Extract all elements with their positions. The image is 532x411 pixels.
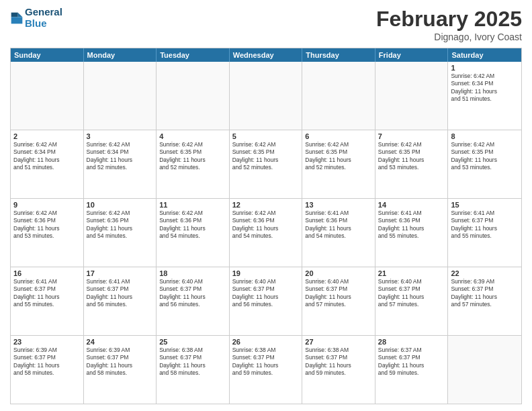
empty-cell: [157, 62, 230, 130]
day-number: 9: [13, 201, 81, 209]
day-cell: 4Sunrise: 6:42 AMSunset: 6:35 PMDaylight…: [157, 130, 230, 198]
day-info: Sunrise: 6:41 AMSunset: 6:36 PMDaylight:…: [305, 210, 351, 239]
day-info: Sunrise: 6:39 AMSunset: 6:37 PMDaylight:…: [13, 347, 60, 376]
day-number: 22: [451, 269, 519, 277]
day-cell: 6Sunrise: 6:42 AMSunset: 6:35 PMDaylight…: [302, 130, 375, 198]
day-cell: 28Sunrise: 6:37 AMSunset: 6:37 PMDayligh…: [375, 336, 449, 404]
calendar-row: 9Sunrise: 6:42 AMSunset: 6:36 PMDaylight…: [11, 198, 521, 267]
day-cell: 2Sunrise: 6:42 AMSunset: 6:34 PMDaylight…: [11, 130, 84, 198]
day-cell: 5Sunrise: 6:42 AMSunset: 6:35 PMDaylight…: [230, 130, 303, 198]
day-number: 28: [378, 338, 445, 346]
day-number: 18: [159, 269, 226, 277]
day-cell: 24Sunrise: 6:39 AMSunset: 6:37 PMDayligh…: [84, 336, 157, 404]
calendar-row: 2Sunrise: 6:42 AMSunset: 6:34 PMDaylight…: [11, 130, 521, 198]
day-info: Sunrise: 6:40 AMSunset: 6:37 PMDaylight:…: [159, 278, 206, 308]
day-number: 27: [305, 338, 372, 346]
calendar-page: General Blue February 2025 Dignago, Ivor…: [0, 0, 532, 411]
calendar-body: 1Sunrise: 6:42 AMSunset: 6:34 PMDaylight…: [11, 62, 521, 404]
day-info: Sunrise: 6:40 AMSunset: 6:37 PMDaylight:…: [378, 278, 425, 308]
day-info: Sunrise: 6:42 AMSunset: 6:34 PMDaylight:…: [87, 141, 133, 171]
day-number: 2: [13, 132, 81, 140]
header: General Blue February 2025 Dignago, Ivor…: [10, 7, 522, 42]
day-cell: 26Sunrise: 6:38 AMSunset: 6:37 PMDayligh…: [230, 336, 303, 404]
day-info: Sunrise: 6:42 AMSunset: 6:35 PMDaylight:…: [378, 141, 425, 171]
svg-rect-2: [11, 17, 23, 24]
svg-rect-1: [11, 12, 18, 17]
day-number: 20: [305, 269, 372, 277]
day-info: Sunrise: 6:41 AMSunset: 6:36 PMDaylight:…: [378, 210, 425, 239]
day-info: Sunrise: 6:38 AMSunset: 6:37 PMDaylight:…: [159, 347, 206, 376]
weekday-header: Friday: [375, 48, 449, 62]
day-cell: 16Sunrise: 6:41 AMSunset: 6:37 PMDayligh…: [11, 267, 84, 335]
day-info: Sunrise: 6:41 AMSunset: 6:37 PMDaylight:…: [13, 278, 60, 308]
day-number: 11: [159, 201, 226, 209]
day-info: Sunrise: 6:42 AMSunset: 6:36 PMDaylight:…: [232, 210, 279, 239]
empty-cell: [448, 336, 521, 404]
day-info: Sunrise: 6:42 AMSunset: 6:35 PMDaylight:…: [159, 141, 206, 171]
day-number: 15: [451, 201, 519, 209]
day-number: 10: [87, 201, 154, 209]
day-cell: 18Sunrise: 6:40 AMSunset: 6:37 PMDayligh…: [157, 267, 230, 335]
day-number: 16: [13, 269, 81, 277]
weekday-header: Thursday: [302, 48, 375, 62]
day-cell: 3Sunrise: 6:42 AMSunset: 6:34 PMDaylight…: [84, 130, 157, 198]
title-block: February 2025 Dignago, Ivory Coast: [376, 7, 522, 42]
day-cell: 21Sunrise: 6:40 AMSunset: 6:37 PMDayligh…: [375, 267, 449, 335]
day-info: Sunrise: 6:42 AMSunset: 6:35 PMDaylight:…: [305, 141, 351, 171]
day-info: Sunrise: 6:42 AMSunset: 6:34 PMDaylight:…: [13, 141, 60, 171]
day-info: Sunrise: 6:42 AMSunset: 6:34 PMDaylight:…: [451, 73, 497, 102]
weekday-header: Monday: [84, 48, 157, 62]
day-info: Sunrise: 6:38 AMSunset: 6:37 PMDaylight:…: [232, 347, 279, 376]
logo-text: General Blue: [25, 7, 62, 29]
calendar: SundayMondayTuesdayWednesdayThursdayFrid…: [10, 48, 522, 404]
empty-cell: [302, 62, 375, 130]
day-number: 12: [232, 201, 300, 209]
day-number: 13: [305, 201, 372, 209]
day-cell: 20Sunrise: 6:40 AMSunset: 6:37 PMDayligh…: [302, 267, 375, 335]
day-number: 5: [232, 132, 300, 140]
day-number: 17: [87, 269, 154, 277]
day-info: Sunrise: 6:41 AMSunset: 6:37 PMDaylight:…: [451, 210, 497, 239]
day-number: 14: [378, 201, 445, 209]
day-cell: 22Sunrise: 6:39 AMSunset: 6:37 PMDayligh…: [448, 267, 521, 335]
day-cell: 23Sunrise: 6:39 AMSunset: 6:37 PMDayligh…: [11, 336, 84, 404]
day-info: Sunrise: 6:39 AMSunset: 6:37 PMDaylight:…: [87, 347, 133, 376]
weekday-header: Sunday: [11, 48, 84, 62]
logo: General Blue: [10, 7, 62, 29]
empty-cell: [375, 62, 449, 130]
day-info: Sunrise: 6:41 AMSunset: 6:37 PMDaylight:…: [87, 278, 133, 308]
day-cell: 14Sunrise: 6:41 AMSunset: 6:36 PMDayligh…: [375, 199, 449, 267]
weekday-header: Tuesday: [157, 48, 230, 62]
calendar-header: SundayMondayTuesdayWednesdayThursdayFrid…: [11, 48, 521, 62]
day-cell: 11Sunrise: 6:42 AMSunset: 6:36 PMDayligh…: [157, 199, 230, 267]
day-number: 25: [159, 338, 226, 346]
empty-cell: [230, 62, 303, 130]
day-info: Sunrise: 6:42 AMSunset: 6:36 PMDaylight:…: [159, 210, 206, 239]
day-info: Sunrise: 6:38 AMSunset: 6:37 PMDaylight:…: [305, 347, 351, 376]
day-info: Sunrise: 6:39 AMSunset: 6:37 PMDaylight:…: [451, 278, 497, 308]
day-cell: 9Sunrise: 6:42 AMSunset: 6:36 PMDaylight…: [11, 199, 84, 267]
day-cell: 27Sunrise: 6:38 AMSunset: 6:37 PMDayligh…: [302, 336, 375, 404]
month-title: February 2025: [376, 7, 522, 32]
day-info: Sunrise: 6:42 AMSunset: 6:35 PMDaylight:…: [232, 141, 279, 171]
day-cell: 7Sunrise: 6:42 AMSunset: 6:35 PMDaylight…: [375, 130, 449, 198]
day-cell: 17Sunrise: 6:41 AMSunset: 6:37 PMDayligh…: [84, 267, 157, 335]
calendar-row: 23Sunrise: 6:39 AMSunset: 6:37 PMDayligh…: [11, 335, 521, 404]
day-number: 24: [87, 338, 154, 346]
day-number: 21: [378, 269, 445, 277]
day-cell: 10Sunrise: 6:42 AMSunset: 6:36 PMDayligh…: [84, 199, 157, 267]
day-number: 7: [378, 132, 445, 140]
day-number: 23: [13, 338, 81, 346]
day-info: Sunrise: 6:37 AMSunset: 6:37 PMDaylight:…: [378, 347, 425, 376]
day-info: Sunrise: 6:40 AMSunset: 6:37 PMDaylight:…: [305, 278, 351, 308]
svg-marker-0: [18, 12, 23, 17]
weekday-header: Wednesday: [230, 48, 303, 62]
day-cell: 12Sunrise: 6:42 AMSunset: 6:36 PMDayligh…: [230, 199, 303, 267]
day-cell: 19Sunrise: 6:40 AMSunset: 6:37 PMDayligh…: [230, 267, 303, 335]
day-info: Sunrise: 6:42 AMSunset: 6:36 PMDaylight:…: [13, 210, 60, 239]
day-info: Sunrise: 6:40 AMSunset: 6:37 PMDaylight:…: [232, 278, 279, 308]
day-number: 6: [305, 132, 372, 140]
day-number: 3: [87, 132, 154, 140]
day-info: Sunrise: 6:42 AMSunset: 6:35 PMDaylight:…: [451, 141, 497, 171]
day-number: 1: [451, 64, 519, 72]
